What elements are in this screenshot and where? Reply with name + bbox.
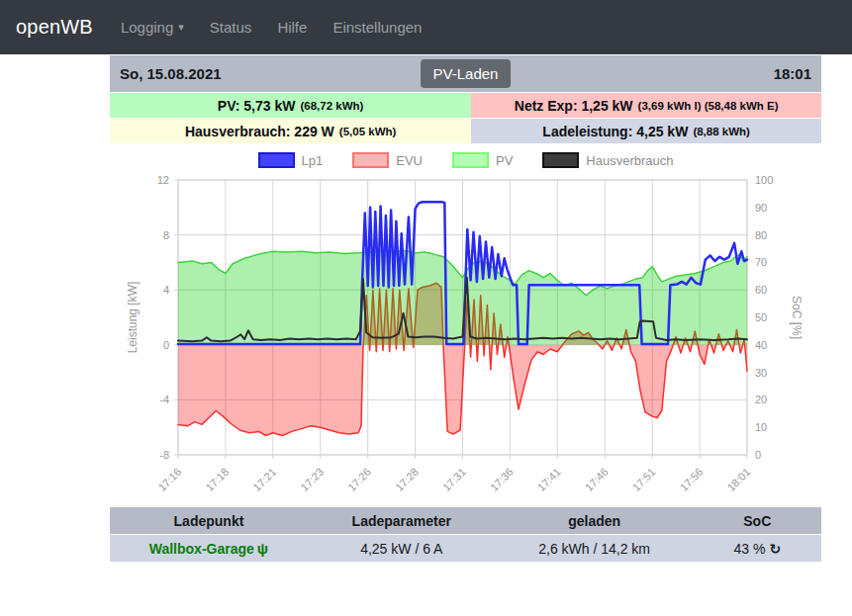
svg-text:-8: -8 [159, 449, 169, 461]
summary-grid: PV: 5,73 kW (68,72 kWh) Netz Exp: 1,25 k… [110, 92, 821, 143]
svg-text:17:51: 17:51 [630, 466, 658, 493]
legend-label-evu: EVU [396, 153, 423, 168]
date-label: So, 15.08.2021 [120, 65, 222, 82]
col-geladen: geladen [496, 507, 694, 535]
svg-text:30: 30 [755, 367, 767, 379]
svg-text:17:28: 17:28 [393, 466, 421, 493]
summary-hausverbrauch: Hausverbrauch: 229 W (5,05 kWh) [110, 118, 471, 143]
plug-icon: ψ [257, 540, 268, 557]
brand-logo[interactable]: openWB [16, 16, 93, 39]
legend-item-pv: PV [452, 152, 513, 168]
refresh-soc-icon[interactable]: ↻ [769, 541, 781, 557]
legend-swatch-lp1 [258, 152, 295, 168]
svg-text:60: 60 [755, 284, 767, 296]
svg-text:12: 12 [157, 174, 169, 186]
svg-text:18:01: 18:01 [724, 466, 752, 493]
legend-label-pv: PV [496, 153, 513, 168]
svg-text:SoC [%]: SoC [%] [790, 296, 804, 339]
svg-text:17:41: 17:41 [535, 466, 563, 493]
svg-text:70: 70 [755, 256, 767, 268]
svg-text:17:56: 17:56 [678, 466, 706, 493]
col-soc: SoC [694, 507, 821, 535]
svg-text:17:46: 17:46 [583, 466, 611, 493]
table-header-row: Ladepunkt Ladeparameter geladen SoC [110, 507, 821, 535]
svg-text:20: 20 [755, 394, 767, 405]
nav-item-hilfe[interactable]: Hilfe [277, 19, 307, 36]
ladeparameter-cell: 4,25 kW / 6 A [308, 535, 496, 563]
lade-energy: (8,88 kWh) [693, 126, 750, 137]
time-label: 18:01 [774, 65, 811, 82]
legend-swatch-pv [452, 152, 489, 168]
nav-item-status-label: Status [210, 19, 252, 36]
svg-text:Leistung [kW]: Leistung [kW] [126, 282, 140, 354]
svg-text:0: 0 [755, 449, 761, 461]
col-ladeparameter: Ladeparameter [308, 507, 496, 535]
svg-text:10: 10 [755, 421, 767, 433]
nav-items: Logging ▾ Status Hilfe Einstellungen [121, 19, 423, 36]
nav-item-einstellungen[interactable]: Einstellungen [332, 19, 422, 36]
pv-laden-mode-button[interactable]: PV-Laden [421, 59, 512, 88]
header-bar: So, 15.08.2021 PV-Laden 18:01 [110, 55, 821, 92]
power-soc-chart: 12840-4-8100908070605040302010017:1617:1… [110, 171, 821, 497]
netz-energy: (3,69 kWh I) (58,48 kWh E) [638, 100, 779, 112]
nav-item-logging[interactable]: Logging ▾ [121, 19, 184, 36]
caret-down-icon: ▾ [178, 22, 184, 33]
legend-swatch-hausverbrauch [542, 152, 579, 168]
netz-value: Netz Exp: 1,25 kW [515, 98, 633, 114]
svg-text:17:18: 17:18 [203, 466, 231, 493]
nav-item-status[interactable]: Status [210, 19, 252, 36]
col-ladepunkt: Ladepunkt [110, 507, 308, 535]
svg-text:4: 4 [163, 284, 169, 296]
svg-text:17:36: 17:36 [488, 466, 516, 493]
svg-text:80: 80 [755, 229, 767, 241]
geladen-cell: 2,6 kWh / 14,2 km [496, 535, 694, 563]
svg-text:0: 0 [163, 339, 169, 351]
svg-text:17:26: 17:26 [345, 466, 373, 493]
nav-item-einstellungen-label: Einstellungen [332, 19, 422, 36]
haus-value: Hausverbrauch: 229 W [185, 124, 334, 139]
chart-card: Lp1EVUPVHausverbrauch 12840-4-8100908070… [110, 150, 821, 501]
legend-swatch-evu [352, 152, 389, 168]
svg-text:50: 50 [755, 311, 767, 323]
chart-legend: Lp1EVUPVHausverbrauch [110, 150, 821, 170]
legend-item-lp1: Lp1 [258, 152, 324, 168]
svg-text:17:21: 17:21 [250, 466, 278, 493]
summary-pv: PV: 5,73 kW (68,72 kWh) [110, 92, 471, 118]
lade-value: Ladeleistung: 4,25 kW [542, 124, 688, 139]
navbar: openWB Logging ▾ Status Hilfe Einstellun… [0, 0, 852, 54]
soc-cell: 43 %↻ [694, 535, 821, 563]
svg-text:17:16: 17:16 [155, 466, 183, 493]
svg-text:17:31: 17:31 [440, 466, 468, 493]
nav-item-logging-label: Logging [121, 19, 173, 36]
svg-text:17:23: 17:23 [298, 466, 326, 493]
chargepoint-table: Ladepunkt Ladeparameter geladen SoC Wall… [110, 507, 821, 562]
pv-value: PV: 5,73 kW [218, 98, 296, 114]
soc-value: 43 % [733, 541, 765, 557]
svg-text:8: 8 [163, 229, 169, 241]
svg-text:40: 40 [755, 339, 767, 351]
chargepoint-cell: Wallbox-Garageψ [110, 535, 308, 563]
legend-item-evu: EVU [352, 152, 423, 168]
content-column: So, 15.08.2021 PV-Laden 18:01 PV: 5,73 k… [110, 55, 821, 562]
pv-energy: (68,72 kWh) [300, 100, 363, 112]
summary-netz: Netz Exp: 1,25 kW (3,69 kWh I) (58,48 kW… [471, 92, 821, 118]
nav-item-hilfe-label: Hilfe [277, 19, 307, 36]
legend-label-lp1: Lp1 [302, 153, 324, 168]
table-row: Wallbox-Garageψ 4,25 kW / 6 A 2,6 kWh / … [110, 535, 821, 563]
legend-label-hausverbrauch: Hausverbrauch [586, 153, 673, 168]
chargepoint-name[interactable]: Wallbox-Garage [149, 541, 254, 557]
svg-text:90: 90 [755, 202, 767, 214]
haus-energy: (5,05 kWh) [339, 126, 397, 137]
summary-ladeleistung: Ladeleistung: 4,25 kW (8,88 kWh) [471, 118, 821, 143]
svg-text:-4: -4 [159, 394, 169, 405]
legend-item-hausverbrauch: Hausverbrauch [542, 152, 673, 168]
svg-text:100: 100 [755, 174, 773, 186]
